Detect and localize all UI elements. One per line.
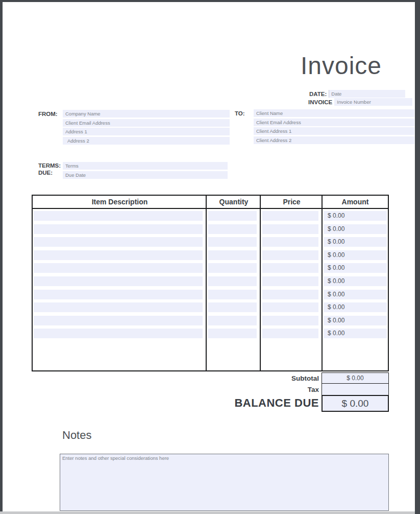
quantity-input[interactable] [208, 224, 257, 234]
quantity-input[interactable] [208, 263, 257, 273]
from-fields [63, 110, 230, 145]
date-row: DATE: [309, 90, 405, 98]
amount-value: $ 0.00 [324, 263, 387, 273]
to-label: TO: [235, 110, 245, 116]
item-description-input[interactable] [34, 263, 203, 273]
line-items-table: Item Description Quantity Price Amount $… [32, 195, 389, 371]
terms-field[interactable] [63, 162, 228, 170]
price-input[interactable] [262, 290, 318, 299]
page-frame-right [415, 0, 420, 514]
quantity-input[interactable] [208, 276, 257, 286]
item-description-input[interactable] [34, 276, 203, 286]
date-label: DATE: [309, 91, 327, 97]
item-description-input[interactable] [34, 211, 203, 221]
invoice-number-field[interactable] [334, 98, 412, 106]
amount-value: $ 0.00 [324, 237, 387, 247]
tax-field[interactable] [322, 384, 389, 395]
table-row: $ 0.00 [33, 290, 388, 303]
table-row: $ 0.00 [33, 329, 388, 342]
table-row: $ 0.00 [33, 211, 388, 224]
item-description-input[interactable] [34, 250, 203, 260]
invoice-page: Invoice DATE: INVOICE FROM: TO: TERMS: D… [0, 0, 420, 514]
page-frame-left [0, 0, 3, 511]
price-input[interactable] [262, 250, 318, 260]
table-row: $ 0.00 [33, 250, 388, 264]
to-fields [254, 109, 414, 144]
amount-value: $ 0.00 [324, 211, 387, 221]
page-frame-top [0, 0, 420, 2]
table-row: $ 0.00 [33, 263, 388, 276]
date-field[interactable] [329, 90, 405, 98]
table-row: $ 0.00 [33, 302, 388, 316]
quantity-input[interactable] [208, 302, 257, 312]
notes-heading: Notes [62, 429, 91, 442]
from-company-name-field[interactable] [63, 110, 230, 118]
item-description-input[interactable] [34, 302, 203, 312]
page-frame-bottom [0, 511, 415, 514]
client-address2-field[interactable] [254, 136, 414, 144]
terms-fields [63, 162, 228, 179]
totals-boxes: $ 0.00 $ 0.00 [322, 372, 389, 412]
table-row: $ 0.00 [33, 316, 388, 329]
quantity-input[interactable] [208, 316, 257, 325]
invoice-label: INVOICE [308, 99, 332, 105]
balance-due-value: $ 0.00 [322, 395, 389, 412]
from-label: FROM: [38, 111, 58, 117]
client-email-field[interactable] [254, 119, 414, 126]
quantity-input[interactable] [208, 250, 257, 260]
price-input[interactable] [262, 237, 318, 247]
subtotal-value: $ 0.00 [322, 372, 389, 384]
price-input[interactable] [262, 316, 318, 325]
price-input[interactable] [262, 211, 318, 221]
price-input[interactable] [262, 263, 318, 273]
amount-value: $ 0.00 [324, 224, 387, 234]
table-rows: $ 0.00 $ 0.00 $ 0.00 $ 0.00 [33, 211, 388, 342]
balance-due-label: BALANCE DUE [153, 396, 319, 410]
amount-value: $ 0.00 [324, 316, 387, 325]
due-date-field[interactable] [63, 171, 228, 179]
item-description-input[interactable] [34, 224, 203, 234]
price-input[interactable] [262, 302, 318, 312]
quantity-input[interactable] [208, 211, 257, 221]
amount-value: $ 0.00 [324, 276, 387, 286]
amount-value: $ 0.00 [324, 329, 387, 338]
tax-label: Tax [204, 386, 319, 393]
from-address1-field[interactable] [63, 128, 230, 135]
table-header-row: Item Description Quantity Price Amount [33, 196, 388, 209]
quantity-input[interactable] [208, 290, 257, 299]
notes-textarea[interactable] [60, 454, 389, 511]
client-name-field[interactable] [254, 109, 414, 117]
due-label: DUE: [38, 170, 53, 176]
col-header-quantity: Quantity [207, 196, 261, 208]
price-input[interactable] [262, 329, 318, 338]
col-header-amount: Amount [323, 196, 388, 208]
col-header-price: Price [261, 196, 323, 208]
item-description-input[interactable] [34, 329, 203, 338]
quantity-input[interactable] [208, 329, 257, 338]
amount-value: $ 0.00 [324, 290, 387, 299]
table-row: $ 0.00 [33, 237, 388, 250]
client-address1-field[interactable] [254, 127, 414, 135]
quantity-input[interactable] [208, 237, 257, 247]
table-row: $ 0.00 [33, 224, 388, 238]
price-input[interactable] [262, 276, 318, 286]
from-email-field[interactable] [63, 119, 230, 127]
amount-value: $ 0.00 [324, 250, 387, 260]
terms-label: TERMS: [38, 162, 61, 169]
item-description-input[interactable] [34, 290, 203, 299]
price-input[interactable] [262, 224, 318, 234]
col-header-item-description: Item Description [33, 196, 207, 208]
page-title: Invoice [301, 52, 382, 80]
invoice-number-row: INVOICE [308, 98, 412, 106]
from-address2-field[interactable] [63, 137, 230, 145]
amount-value: $ 0.00 [324, 302, 387, 312]
subtotal-label: Subtotal [204, 375, 319, 382]
table-row: $ 0.00 [33, 276, 388, 290]
item-description-input[interactable] [34, 316, 203, 325]
item-description-input[interactable] [34, 237, 203, 247]
